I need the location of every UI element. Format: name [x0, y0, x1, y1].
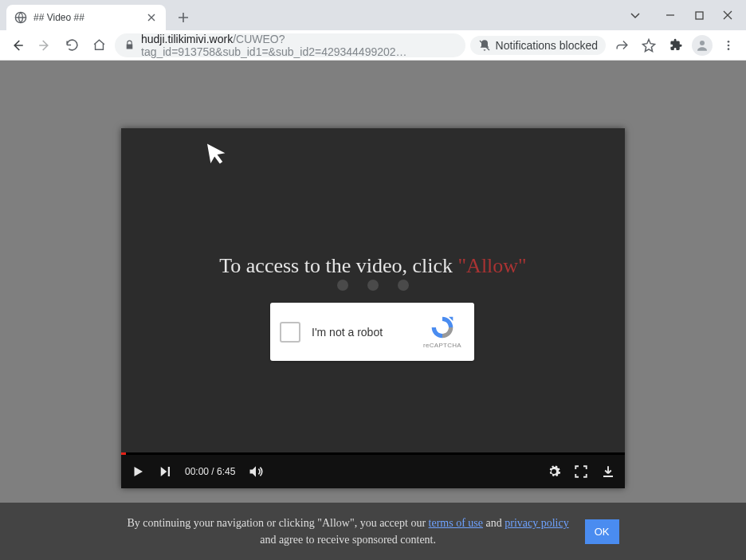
- recaptcha-badge: reCAPTCHA: [420, 315, 465, 349]
- extensions-icon[interactable]: [665, 34, 687, 57]
- chip-label: Notifications blocked: [496, 39, 598, 52]
- home-button[interactable]: [88, 34, 110, 57]
- maximize-button[interactable]: [692, 8, 706, 22]
- allow-word: "Allow": [458, 254, 527, 277]
- browser-tab[interactable]: ## Video ##: [6, 5, 166, 30]
- timecode: 00:00 / 6:45: [185, 466, 235, 477]
- recaptcha-checkbox[interactable]: [280, 322, 300, 343]
- star-icon[interactable]: [638, 34, 660, 57]
- globe-icon: [14, 11, 27, 24]
- close-window-button[interactable]: [720, 8, 735, 22]
- titlebar: ## Video ##: [0, 0, 746, 30]
- profile-avatar[interactable]: [692, 35, 713, 56]
- settings-button[interactable]: [547, 464, 561, 479]
- svg-point-3: [728, 41, 730, 43]
- loader-dots: [337, 280, 409, 291]
- window-controls: [622, 0, 743, 30]
- url-text: hudji.tilikimivi.work/CUWEO?tag_id=91375…: [141, 33, 456, 58]
- svg-rect-1: [696, 12, 703, 19]
- consent-text: By continuing your navigation or clickin…: [127, 515, 568, 548]
- svg-point-2: [700, 41, 705, 45]
- next-button[interactable]: [158, 464, 172, 479]
- tab-title: ## Video ##: [33, 12, 139, 23]
- minimize-button[interactable]: [663, 8, 677, 22]
- player-message: To access to the video, click "Allow": [121, 254, 625, 278]
- ok-button[interactable]: OK: [585, 519, 619, 544]
- toolbar: hudji.tilikimivi.work/CUWEO?tag_id=91375…: [0, 30, 746, 61]
- new-tab-button[interactable]: [172, 6, 194, 29]
- tab-close-icon[interactable]: [145, 11, 158, 24]
- svg-point-4: [728, 44, 730, 46]
- bell-off-icon: [478, 39, 491, 52]
- fullscreen-button[interactable]: [574, 464, 588, 479]
- lock-icon: [124, 40, 135, 50]
- consent-banner: By continuing your navigation or clickin…: [0, 503, 746, 560]
- player-controls: 00:00 / 6:45: [121, 455, 625, 488]
- address-bar[interactable]: hudji.tilikimivi.work/CUWEO?tag_id=91375…: [115, 33, 465, 57]
- play-button[interactable]: [131, 464, 145, 479]
- recaptcha-label: I'm not a robot: [312, 326, 420, 339]
- recaptcha-logo-icon: [430, 315, 455, 340]
- recaptcha-widget: I'm not a robot reCAPTCHA: [270, 303, 474, 361]
- forward-button[interactable]: [33, 34, 56, 57]
- terms-link[interactable]: terms of use: [429, 517, 483, 529]
- privacy-link[interactable]: privacy policy: [505, 517, 568, 529]
- cursor-icon: [205, 140, 229, 164]
- download-button[interactable]: [601, 464, 615, 479]
- notifications-blocked-chip[interactable]: Notifications blocked: [470, 36, 606, 55]
- page-viewport: To access to the video, click "Allow" I'…: [0, 61, 746, 560]
- back-button[interactable]: [6, 34, 29, 57]
- share-icon[interactable]: [611, 34, 633, 57]
- menu-icon[interactable]: [717, 34, 740, 57]
- volume-button[interactable]: [248, 464, 264, 480]
- reload-button[interactable]: [61, 34, 83, 57]
- video-player: To access to the video, click "Allow" I'…: [121, 128, 625, 488]
- svg-point-5: [728, 48, 730, 50]
- chevron-down-icon[interactable]: [630, 10, 641, 21]
